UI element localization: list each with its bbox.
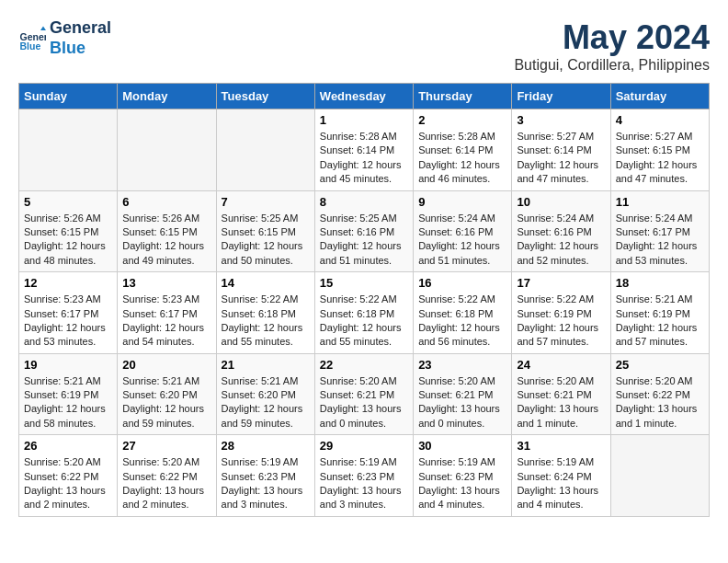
calendar-day-cell: 2Sunrise: 5:28 AM Sunset: 6:14 PM Daylig… <box>414 109 512 191</box>
day-info: Sunrise: 5:22 AM Sunset: 6:18 PM Dayligh… <box>222 293 310 350</box>
day-number: 8 <box>320 195 408 209</box>
svg-text:Blue: Blue <box>20 40 41 52</box>
day-number: 18 <box>616 276 704 290</box>
day-number: 3 <box>517 113 605 127</box>
day-info: Sunrise: 5:26 AM Sunset: 6:15 PM Dayligh… <box>24 212 112 269</box>
day-number: 22 <box>320 358 408 372</box>
day-number: 21 <box>222 358 310 372</box>
calendar-day-cell: 9Sunrise: 5:24 AM Sunset: 6:16 PM Daylig… <box>414 190 512 272</box>
calendar-day-cell: 1Sunrise: 5:28 AM Sunset: 6:14 PM Daylig… <box>314 109 413 191</box>
weekday-header-row: SundayMondayTuesdayWednesdayThursdayFrid… <box>19 84 710 109</box>
day-info: Sunrise: 5:28 AM Sunset: 6:14 PM Dayligh… <box>418 130 506 187</box>
day-number: 11 <box>616 195 704 209</box>
logo: General Blue General Blue <box>18 18 111 58</box>
calendar-day-cell: 14Sunrise: 5:22 AM Sunset: 6:18 PM Dayli… <box>216 272 314 354</box>
page-header: General Blue General Blue May 2024 Butig… <box>18 18 710 74</box>
calendar-week-row: 19Sunrise: 5:21 AM Sunset: 6:19 PM Dayli… <box>19 353 710 435</box>
day-number: 6 <box>122 195 210 209</box>
day-info: Sunrise: 5:22 AM Sunset: 6:18 PM Dayligh… <box>418 293 506 350</box>
calendar-day-cell: 25Sunrise: 5:20 AM Sunset: 6:22 PM Dayli… <box>610 353 709 435</box>
day-info: Sunrise: 5:25 AM Sunset: 6:15 PM Dayligh… <box>222 212 310 269</box>
day-info: Sunrise: 5:20 AM Sunset: 6:22 PM Dayligh… <box>122 455 210 512</box>
day-info: Sunrise: 5:20 AM Sunset: 6:21 PM Dayligh… <box>320 374 408 431</box>
calendar-day-cell: 19Sunrise: 5:21 AM Sunset: 6:19 PM Dayli… <box>19 353 118 435</box>
calendar-day-cell: 30Sunrise: 5:19 AM Sunset: 6:23 PM Dayli… <box>414 435 512 517</box>
day-info: Sunrise: 5:21 AM Sunset: 6:19 PM Dayligh… <box>616 293 704 350</box>
logo-text: General Blue <box>50 18 111 58</box>
day-info: Sunrise: 5:24 AM Sunset: 6:16 PM Dayligh… <box>418 212 506 269</box>
calendar-day-cell: 12Sunrise: 5:23 AM Sunset: 6:17 PM Dayli… <box>19 272 118 354</box>
calendar-day-cell <box>610 435 709 517</box>
calendar-day-cell: 18Sunrise: 5:21 AM Sunset: 6:19 PM Dayli… <box>610 272 709 354</box>
day-number: 17 <box>517 276 605 290</box>
calendar-day-cell: 17Sunrise: 5:22 AM Sunset: 6:19 PM Dayli… <box>512 272 610 354</box>
day-number: 31 <box>517 439 605 453</box>
day-number: 25 <box>616 358 704 372</box>
calendar-day-cell: 28Sunrise: 5:19 AM Sunset: 6:23 PM Dayli… <box>216 435 314 517</box>
day-number: 26 <box>24 439 112 453</box>
logo-icon: General Blue <box>18 25 46 52</box>
day-info: Sunrise: 5:28 AM Sunset: 6:14 PM Dayligh… <box>320 130 408 187</box>
day-info: Sunrise: 5:22 AM Sunset: 6:18 PM Dayligh… <box>320 293 408 350</box>
day-number: 27 <box>122 439 210 453</box>
calendar-week-row: 12Sunrise: 5:23 AM Sunset: 6:17 PM Dayli… <box>19 272 710 354</box>
calendar-day-cell: 23Sunrise: 5:20 AM Sunset: 6:21 PM Dayli… <box>414 353 512 435</box>
day-info: Sunrise: 5:20 AM Sunset: 6:21 PM Dayligh… <box>517 374 605 431</box>
calendar-day-cell: 5Sunrise: 5:26 AM Sunset: 6:15 PM Daylig… <box>19 190 118 272</box>
calendar-day-cell: 6Sunrise: 5:26 AM Sunset: 6:15 PM Daylig… <box>118 190 216 272</box>
day-info: Sunrise: 5:19 AM Sunset: 6:23 PM Dayligh… <box>418 455 506 512</box>
day-info: Sunrise: 5:24 AM Sunset: 6:16 PM Dayligh… <box>517 212 605 269</box>
day-number: 15 <box>320 276 408 290</box>
day-info: Sunrise: 5:22 AM Sunset: 6:19 PM Dayligh… <box>517 293 605 350</box>
calendar-day-cell: 7Sunrise: 5:25 AM Sunset: 6:15 PM Daylig… <box>216 190 314 272</box>
day-number: 13 <box>122 276 210 290</box>
day-number: 7 <box>222 195 310 209</box>
day-info: Sunrise: 5:23 AM Sunset: 6:17 PM Dayligh… <box>24 293 112 350</box>
calendar-day-cell: 29Sunrise: 5:19 AM Sunset: 6:23 PM Dayli… <box>314 435 413 517</box>
day-number: 20 <box>122 358 210 372</box>
calendar-day-cell: 20Sunrise: 5:21 AM Sunset: 6:20 PM Dayli… <box>118 353 216 435</box>
day-number: 23 <box>418 358 506 372</box>
day-info: Sunrise: 5:20 AM Sunset: 6:22 PM Dayligh… <box>24 455 112 512</box>
day-info: Sunrise: 5:27 AM Sunset: 6:14 PM Dayligh… <box>517 130 605 187</box>
day-info: Sunrise: 5:20 AM Sunset: 6:22 PM Dayligh… <box>616 374 704 431</box>
calendar-week-row: 5Sunrise: 5:26 AM Sunset: 6:15 PM Daylig… <box>19 190 710 272</box>
day-number: 12 <box>24 276 112 290</box>
day-number: 9 <box>418 195 506 209</box>
calendar-day-cell: 10Sunrise: 5:24 AM Sunset: 6:16 PM Dayli… <box>512 190 610 272</box>
day-info: Sunrise: 5:21 AM Sunset: 6:19 PM Dayligh… <box>24 374 112 431</box>
day-info: Sunrise: 5:27 AM Sunset: 6:15 PM Dayligh… <box>616 130 704 187</box>
logo-line2: Blue <box>50 39 111 59</box>
calendar-day-cell: 22Sunrise: 5:20 AM Sunset: 6:21 PM Dayli… <box>314 353 413 435</box>
logo-line1: General <box>50 18 111 39</box>
day-number: 24 <box>517 358 605 372</box>
calendar-table: SundayMondayTuesdayWednesdayThursdayFrid… <box>18 83 710 517</box>
weekday-header-cell: Friday <box>512 84 610 109</box>
day-info: Sunrise: 5:20 AM Sunset: 6:21 PM Dayligh… <box>418 374 506 431</box>
day-number: 28 <box>222 439 310 453</box>
calendar-day-cell <box>216 109 314 191</box>
day-number: 29 <box>320 439 408 453</box>
calendar-day-cell: 15Sunrise: 5:22 AM Sunset: 6:18 PM Dayli… <box>314 272 413 354</box>
calendar-week-row: 1Sunrise: 5:28 AM Sunset: 6:14 PM Daylig… <box>19 109 710 191</box>
calendar-day-cell: 11Sunrise: 5:24 AM Sunset: 6:17 PM Dayli… <box>610 190 709 272</box>
calendar-day-cell: 16Sunrise: 5:22 AM Sunset: 6:18 PM Dayli… <box>414 272 512 354</box>
day-number: 10 <box>517 195 605 209</box>
calendar-day-cell: 21Sunrise: 5:21 AM Sunset: 6:20 PM Dayli… <box>216 353 314 435</box>
day-info: Sunrise: 5:19 AM Sunset: 6:23 PM Dayligh… <box>222 455 310 512</box>
day-info: Sunrise: 5:25 AM Sunset: 6:16 PM Dayligh… <box>320 212 408 269</box>
day-number: 4 <box>616 113 704 127</box>
weekday-header-cell: Thursday <box>414 84 512 109</box>
calendar-day-cell: 27Sunrise: 5:20 AM Sunset: 6:22 PM Dayli… <box>118 435 216 517</box>
day-info: Sunrise: 5:23 AM Sunset: 6:17 PM Dayligh… <box>122 293 210 350</box>
calendar-body: 1Sunrise: 5:28 AM Sunset: 6:14 PM Daylig… <box>19 109 710 517</box>
day-info: Sunrise: 5:21 AM Sunset: 6:20 PM Dayligh… <box>222 374 310 431</box>
weekday-header-cell: Sunday <box>19 84 118 109</box>
day-info: Sunrise: 5:21 AM Sunset: 6:20 PM Dayligh… <box>122 374 210 431</box>
calendar-day-cell <box>118 109 216 191</box>
svg-marker-2 <box>40 26 46 30</box>
day-info: Sunrise: 5:19 AM Sunset: 6:24 PM Dayligh… <box>517 455 605 512</box>
day-info: Sunrise: 5:19 AM Sunset: 6:23 PM Dayligh… <box>320 455 408 512</box>
calendar-week-row: 26Sunrise: 5:20 AM Sunset: 6:22 PM Dayli… <box>19 435 710 517</box>
title-block: May 2024 Butigui, Cordillera, Philippine… <box>514 18 710 74</box>
